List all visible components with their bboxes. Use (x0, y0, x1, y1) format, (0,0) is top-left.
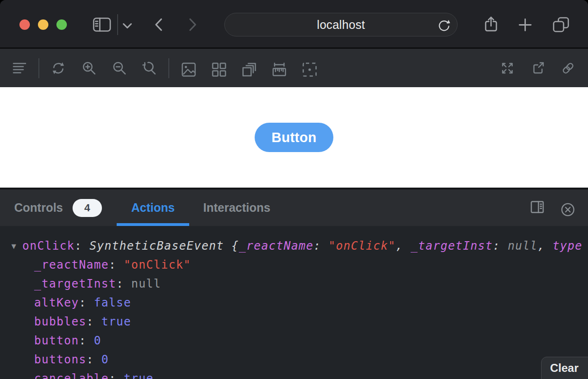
log-segment: , (538, 239, 553, 253)
clear-actions-button[interactable]: Clear (541, 357, 588, 379)
expander-arrow-icon[interactable]: ▾ (11, 236, 17, 255)
controls-count-badge: 4 (73, 199, 102, 217)
log-segment: : (86, 315, 101, 328)
log-segment: bubbles (34, 315, 86, 328)
remount-icon[interactable] (51, 61, 65, 75)
divider (168, 58, 169, 78)
zoom-in-icon[interactable] (82, 61, 96, 75)
measure-icon[interactable] (272, 63, 286, 77)
addon-tabbar: Controls 4 Actions Interactions (0, 190, 588, 226)
panel-position-icon[interactable] (531, 201, 544, 213)
log-segment: true (124, 372, 154, 379)
log-line[interactable]: ▾onClick: SyntheticBaseEvent {_reactName… (0, 236, 588, 255)
backgrounds-icon[interactable] (182, 63, 196, 77)
log-segment: onClick (22, 239, 74, 253)
log-segment: altKey (34, 296, 79, 309)
tab-controls-label: Controls (14, 201, 63, 215)
log-segment: : (493, 239, 508, 253)
log-segment: { (231, 239, 239, 253)
log-segment: button (34, 334, 79, 347)
log-line: buttons: 0 (0, 350, 588, 369)
log-segment: : (79, 296, 94, 309)
log-segment: type (552, 239, 582, 253)
fullscreen-icon[interactable] (501, 62, 514, 75)
log-line: bubbles: true (0, 312, 588, 331)
back-icon[interactable] (155, 18, 163, 31)
log-segment: "onClick" (124, 258, 191, 271)
log-segment: : (74, 239, 90, 253)
log-segment: true (101, 315, 131, 328)
log-segment: "onClick" (329, 239, 396, 253)
story-canvas: Button (0, 87, 588, 188)
log-segment: : (109, 258, 124, 271)
tab-interactions[interactable]: Interactions (203, 190, 270, 226)
close-panel-icon[interactable] (561, 203, 575, 217)
window-controls (19, 19, 67, 30)
tab-interactions-label: Interactions (203, 201, 270, 215)
log-segment: false (94, 296, 131, 309)
browser-toolbar: localhost (0, 0, 588, 47)
log-segment: 0 (101, 353, 109, 366)
log-segment: 0 (94, 334, 101, 347)
log-segment: , (396, 239, 411, 253)
story-button[interactable]: Button (255, 123, 333, 152)
close-window-button[interactable] (19, 19, 30, 30)
log-segment: _targetInst (34, 277, 116, 290)
menu-icon[interactable] (13, 63, 26, 74)
log-line: _reactName: "onClick" (0, 255, 588, 274)
storybook-toolbar (0, 49, 588, 87)
tab-overview-icon[interactable] (552, 17, 570, 33)
log-segment: : (79, 334, 94, 347)
log-segment: cancelable (34, 372, 109, 379)
share-icon[interactable] (484, 16, 498, 32)
log-line: button: 0 (0, 331, 588, 350)
sidebar-toggle-icon[interactable] (93, 18, 111, 32)
log-segment: : (86, 353, 101, 366)
divider (117, 14, 118, 35)
divider (38, 58, 39, 78)
log-segment: _targetInst (411, 239, 493, 253)
viewport-icon[interactable] (242, 63, 256, 77)
log-segment: _reactName (34, 258, 109, 271)
actions-log: ▾onClick: SyntheticBaseEvent {_reactName… (0, 226, 588, 379)
tab-actions[interactable]: Actions (117, 190, 190, 226)
outline-icon[interactable] (303, 63, 317, 77)
forward-icon[interactable] (189, 18, 197, 31)
open-new-tab-icon[interactable] (531, 62, 544, 75)
log-lines: ▾onClick: SyntheticBaseEvent {_reactName… (0, 236, 588, 379)
log-segment: : (109, 372, 124, 379)
log-segment: null (508, 239, 538, 253)
maximize-window-button[interactable] (56, 19, 67, 30)
address-bar[interactable]: localhost (224, 13, 458, 36)
log-segment: _reactName (239, 239, 314, 253)
log-line: altKey: false (0, 293, 588, 312)
url-text: localhost (317, 18, 365, 32)
minimize-window-button[interactable] (38, 19, 48, 30)
tab-actions-label: Actions (131, 201, 175, 215)
log-segment: null (131, 277, 161, 290)
grid-icon[interactable] (212, 63, 226, 77)
new-tab-icon[interactable] (519, 18, 532, 31)
chevron-down-icon[interactable] (122, 23, 132, 29)
browser-window: localhost (0, 0, 588, 379)
reload-icon[interactable] (437, 18, 450, 32)
log-segment: : (313, 239, 329, 253)
tab-controls[interactable]: Controls 4 (14, 190, 102, 226)
log-line: cancelable: true (0, 369, 588, 379)
zoom-out-icon[interactable] (112, 61, 127, 75)
copy-link-icon[interactable] (561, 62, 575, 75)
log-line: _targetInst: null (0, 274, 588, 293)
log-segment: buttons (34, 353, 86, 366)
log-segment: : (116, 277, 131, 290)
zoom-reset-icon[interactable] (142, 61, 156, 75)
log-segment: SyntheticBaseEvent (90, 239, 231, 253)
